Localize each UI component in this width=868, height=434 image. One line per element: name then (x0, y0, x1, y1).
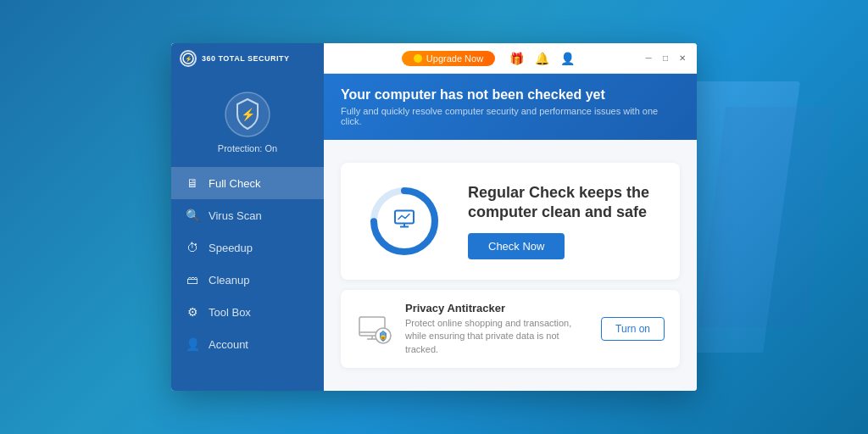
sidebar-item-speedup[interactable]: ⏱ Speedup (171, 231, 324, 264)
close-button[interactable]: ✕ (675, 51, 690, 66)
sidebar-label-full-check: Full Check (209, 177, 260, 190)
titlebar-icons: 🎁 🔔 👤 (507, 49, 576, 68)
speedup-icon: ⏱ (185, 240, 200, 255)
protection-status: Protection: On (218, 143, 277, 153)
check-heading: Regular Check keeps the computer clean a… (468, 183, 649, 223)
check-section: Regular Check keeps the computer clean a… (341, 163, 680, 280)
sidebar-item-virus-scan[interactable]: 🔍 Virus Scan (171, 199, 324, 231)
privacy-text: Privacy Antitracker Protect online shopp… (405, 302, 589, 356)
svg-text:⚡: ⚡ (185, 55, 192, 63)
app-window: ⚡ 360 TOTAL SECURITY Upgrade Now 🎁 🔔 👤 ─… (171, 43, 697, 391)
full-check-icon: 🖥 (185, 175, 200, 191)
donut-chart (366, 183, 442, 259)
privacy-desc: Protect online shopping and transaction,… (405, 317, 589, 356)
upgrade-button[interactable]: Upgrade Now (402, 51, 495, 66)
notification-icon[interactable]: 🔔 (532, 49, 551, 68)
monitor-icon (392, 207, 416, 235)
sidebar-label-speedup: Speedup (209, 242, 253, 254)
sidebar-label-cleanup: Cleanup (209, 274, 249, 287)
top-banner: Your computer has not been checked yet F… (324, 74, 697, 140)
sidebar-label-account: Account (209, 338, 248, 351)
right-panel: Your computer has not been checked yet F… (324, 74, 697, 391)
sidebar-item-account[interactable]: 👤 Account (171, 328, 324, 360)
sidebar-label-virus-scan: Virus Scan (209, 209, 262, 222)
svg-text:⚡: ⚡ (241, 108, 256, 122)
gift-icon[interactable]: 🎁 (507, 49, 526, 68)
sidebar-nav: 🖥 Full Check 🔍 Virus Scan ⏱ Speedup 🗃 Cl… (171, 167, 324, 391)
titlebar-center: Upgrade Now 🎁 🔔 👤 (324, 49, 637, 68)
maximize-button[interactable]: □ (658, 51, 673, 66)
titlebar-brand: ⚡ 360 TOTAL SECURITY (171, 43, 324, 74)
banner-subtitle: Fully and quickly resolve computer secur… (341, 106, 680, 126)
banner-title: Your computer has not been checked yet (341, 87, 680, 103)
app-logo: ⚡ (180, 50, 197, 67)
turn-on-button[interactable]: Turn on (601, 317, 665, 341)
tool-box-icon: ⚙ (185, 304, 200, 320)
virus-scan-icon: 🔍 (185, 208, 200, 223)
main-content: ⚡ Protection: On 🖥 Full Check 🔍 Virus Sc… (171, 74, 697, 391)
check-text-area: Regular Check keeps the computer clean a… (468, 183, 649, 259)
account-icon: 👤 (185, 337, 200, 352)
check-now-button[interactable]: Check Now (468, 233, 565, 259)
sidebar-item-full-check[interactable]: 🖥 Full Check (171, 167, 324, 199)
sidebar-header: ⚡ Protection: On (171, 74, 324, 167)
privacy-title: Privacy Antitracker (405, 302, 589, 314)
sidebar-label-tool-box: Tool Box (209, 306, 251, 319)
avatar-icon[interactable]: 👤 (558, 49, 576, 68)
cleanup-icon: 🗃 (185, 272, 200, 287)
content-area: Regular Check keeps the computer clean a… (324, 140, 697, 391)
sidebar-item-cleanup[interactable]: 🗃 Cleanup (171, 264, 324, 296)
svg-text:🔒: 🔒 (379, 331, 387, 340)
window-controls: ─ □ ✕ (641, 51, 690, 66)
sidebar-item-tool-box[interactable]: ⚙ Tool Box (171, 296, 324, 328)
shield-icon-wrap: ⚡ (224, 91, 271, 138)
sidebar: ⚡ Protection: On 🖥 Full Check 🔍 Virus Sc… (171, 74, 324, 391)
privacy-antitracker-icon: 🔒 (356, 310, 393, 348)
shield-icon: ⚡ (224, 91, 271, 138)
titlebar: ⚡ 360 TOTAL SECURITY Upgrade Now 🎁 🔔 👤 ─… (171, 43, 697, 74)
app-title: 360 TOTAL SECURITY (202, 54, 290, 63)
privacy-section: 🔒 Privacy Antitracker Protect online sho… (341, 290, 680, 368)
upgrade-dot (414, 54, 422, 63)
minimize-button[interactable]: ─ (641, 51, 656, 66)
